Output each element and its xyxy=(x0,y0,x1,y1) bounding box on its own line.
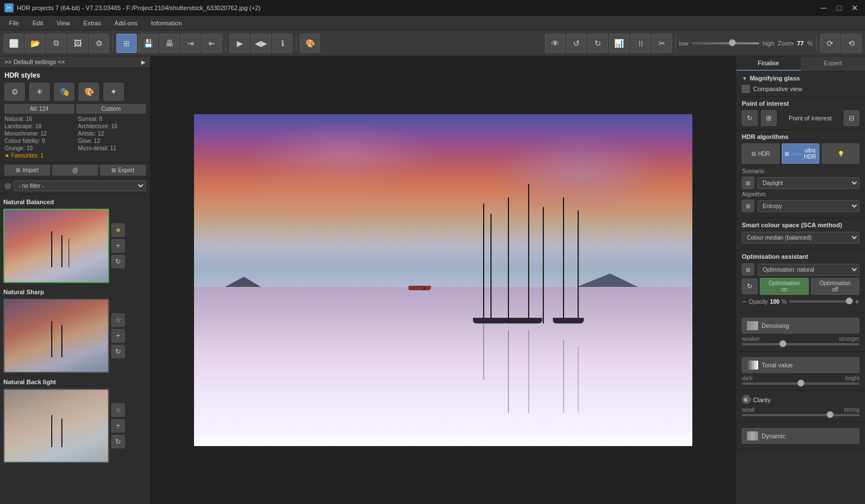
toolbar-color[interactable]: 🎨 xyxy=(300,34,320,53)
toolbar-rotate-left[interactable]: ⟳ xyxy=(820,34,840,53)
maximize-button[interactable]: □ xyxy=(834,2,845,14)
minimize-button[interactable]: ─ xyxy=(818,2,829,14)
tonal-button[interactable]: Tonal value xyxy=(742,357,859,373)
add-btn-0[interactable]: + xyxy=(111,239,125,253)
toolbar-settings[interactable]: ⚙ xyxy=(89,34,109,53)
toolbar-export2[interactable]: ⇤ xyxy=(202,34,222,53)
opacity-minus-btn[interactable]: − xyxy=(742,297,746,306)
all-category-btn[interactable]: All: 124 xyxy=(4,104,74,114)
toolbar-play[interactable]: ▶ xyxy=(229,34,250,53)
tonal-section: Tonal value dark bright xyxy=(736,352,865,391)
smart-colour-title: Smart colour space (SCA method) xyxy=(742,222,859,228)
menu-edit[interactable]: Edit xyxy=(26,18,50,28)
dynamic-button[interactable]: Dynamic xyxy=(742,428,859,444)
toolbar-save[interactable]: 💾 xyxy=(138,34,158,53)
clarity-slider[interactable] xyxy=(742,414,859,416)
favourite-btn-2[interactable]: ☆ xyxy=(111,403,125,417)
toolbar-print[interactable]: 🖶 xyxy=(159,34,179,53)
opacity-slider[interactable] xyxy=(789,300,853,303)
style-icon-effects[interactable]: 🎭 xyxy=(54,83,74,101)
smart-colour-select[interactable]: Colour median (balanced) xyxy=(742,232,859,244)
style-thumbnail-0[interactable] xyxy=(3,209,109,283)
algorithm-select[interactable]: Entropy xyxy=(758,200,859,212)
filter-select[interactable]: - no filter - xyxy=(13,181,146,191)
email-button[interactable]: @ xyxy=(52,165,98,176)
optimisation-off-btn[interactable]: Optimisation off xyxy=(811,278,860,295)
toolbar-rotate-right[interactable]: ⟲ xyxy=(841,34,862,53)
toolbar-export[interactable]: ⇥ xyxy=(181,34,201,53)
toolbar-eye[interactable]: 👁 xyxy=(545,34,565,53)
optimisation-title: Optimisation assistant xyxy=(742,253,859,260)
tonal-slider[interactable] xyxy=(742,382,859,385)
toolbar-copy[interactable]: ⧉ xyxy=(46,34,66,53)
menu-extras[interactable]: Extras xyxy=(76,18,107,28)
toolbar-info[interactable]: ℹ xyxy=(272,34,292,53)
denoising-slider[interactable] xyxy=(742,343,859,345)
toolbar-histogram[interactable]: 📊 xyxy=(609,34,629,53)
denoising-button[interactable]: Denoising xyxy=(742,318,859,334)
tab-expert[interactable]: Expert xyxy=(801,56,866,71)
menu-addons[interactable]: Add-ons xyxy=(108,18,145,28)
style-thumbnail-2[interactable] xyxy=(3,389,109,463)
optimisation-refresh-btn[interactable]: ↻ xyxy=(742,278,758,294)
export-button[interactable]: ⊞ Export xyxy=(100,165,146,176)
refresh-btn-2[interactable]: ↻ xyxy=(111,435,125,448)
scenario-select[interactable]: Daylight xyxy=(758,177,859,189)
toolbar-new[interactable]: ⬜ xyxy=(3,34,24,53)
toolbar-hdr[interactable]: ⊞ xyxy=(116,34,137,53)
poi-copy-btn[interactable]: ⊟ xyxy=(844,110,859,126)
magnifying-glass-label: Magnifying glass xyxy=(750,75,800,82)
style-thumb-actions-1: ☆ + ↻ xyxy=(111,313,125,358)
clarity-strong: strong xyxy=(844,407,859,413)
optimisation-select[interactable]: Optimisation: natural xyxy=(758,264,859,276)
tonal-icon xyxy=(747,361,758,370)
tab-finalise[interactable]: Finalise xyxy=(736,56,801,71)
toolbar-crop[interactable]: ✂ xyxy=(652,34,672,53)
style-icon-palette[interactable]: 🎨 xyxy=(79,83,99,101)
toolbar-reset[interactable]: ↻ xyxy=(588,34,608,53)
tonal-btn-row: Tonal value xyxy=(742,357,859,373)
menu-view[interactable]: View xyxy=(50,18,77,28)
point-of-interest-section: Point of interest ↻ ⊞ Point of interest … xyxy=(736,97,865,130)
zoom-high: high xyxy=(763,40,774,47)
clarity-slider-section: weak strong xyxy=(742,407,859,416)
menu-file[interactable]: File xyxy=(2,18,26,28)
opacity-plus-btn[interactable]: + xyxy=(855,297,859,306)
stat-colour-fidelity: Colour fidelity: 9 xyxy=(4,138,73,144)
toolbar-grid[interactable]: ⁞⁞ xyxy=(630,34,651,53)
style-icon-star[interactable]: ✦ xyxy=(103,83,124,101)
optimisation-on-btn[interactable]: Optimisation on xyxy=(760,278,809,295)
toolbar-prev[interactable]: ◀▶ xyxy=(251,34,271,53)
favourite-btn-1[interactable]: ☆ xyxy=(111,313,125,327)
stat-artistic: Artistic: 12 xyxy=(78,130,146,137)
zoom-slider[interactable] xyxy=(692,42,759,44)
stat-glow: Glow: 12 xyxy=(78,138,146,144)
hdr-btn[interactable]: ⊞ HDR xyxy=(742,143,780,164)
refresh-btn-1[interactable]: ↻ xyxy=(111,345,125,358)
add-btn-2[interactable]: + xyxy=(111,419,125,433)
menu-information[interactable]: Information xyxy=(145,18,189,28)
custom-category-btn[interactable]: Custom xyxy=(76,104,146,114)
menu-bar: File Edit View Extras Add-ons Informatio… xyxy=(0,16,865,30)
panel-header[interactable]: >> Default settings << ▶ xyxy=(0,56,150,68)
zoom-slider-thumb xyxy=(729,39,736,46)
poi-refresh-btn[interactable]: ↻ xyxy=(742,110,758,126)
style-thumbnail-1[interactable] xyxy=(3,299,109,373)
style-icon-gear[interactable]: ⚙ xyxy=(4,83,25,101)
denoising-weaker: weaker xyxy=(742,336,760,342)
toolbar: ⬜ 📂 ⧉ 🖼 ⚙ ⊞ 💾 🖶 ⇥ ⇤ ▶ ◀▶ ℹ 🎨 👁 ↺ ↻ 📊 ⁞⁞ … xyxy=(0,30,865,56)
refresh-btn-0[interactable]: ↻ xyxy=(111,255,125,268)
toolbar-refresh[interactable]: ↺ xyxy=(566,34,587,53)
toolbar-open[interactable]: 📂 xyxy=(25,34,45,53)
toolbar-gallery[interactable]: 🖼 xyxy=(67,34,88,53)
ultra-hdr-btn[interactable]: ⊞ ultra ultra HDR xyxy=(782,143,819,164)
close-button[interactable]: ✕ xyxy=(849,2,861,14)
clarity-icon: ◐ xyxy=(742,395,751,404)
poi-grid-btn[interactable]: ⊞ xyxy=(761,110,777,126)
comparative-view-checkbox[interactable] xyxy=(742,85,750,93)
style-icon-sun[interactable]: ☀ xyxy=(29,83,49,101)
add-btn-1[interactable]: + xyxy=(111,329,125,343)
algo-light-btn[interactable]: 💡 xyxy=(822,143,859,164)
favourite-btn-0[interactable]: ★ xyxy=(111,223,125,237)
import-button[interactable]: ⊞ Import xyxy=(4,165,50,176)
